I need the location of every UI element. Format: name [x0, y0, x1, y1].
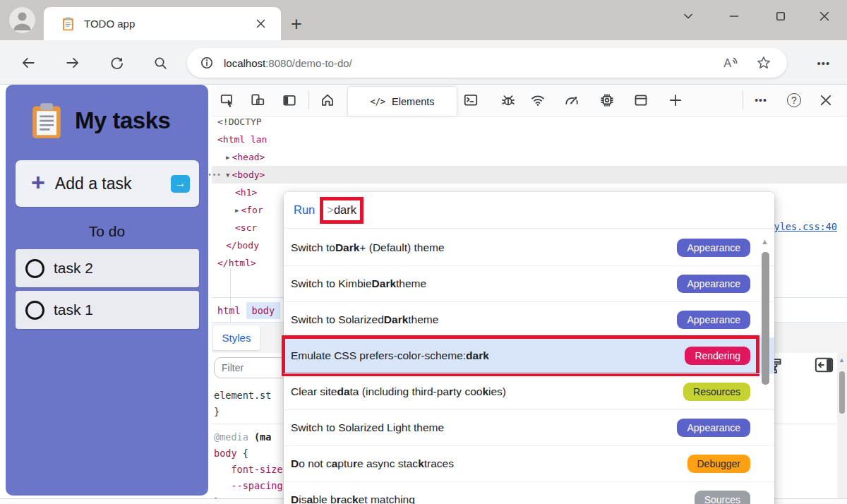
- site-info-icon[interactable]: [200, 56, 214, 70]
- forward-button[interactable]: [62, 52, 83, 73]
- command-item[interactable]: Disable bracket matchingSources: [284, 481, 774, 504]
- read-aloud-button[interactable]: A: [722, 54, 740, 71]
- command-query-input[interactable]: dark: [334, 203, 356, 217]
- task-checkbox[interactable]: [25, 259, 44, 278]
- command-item-text: ac: [341, 493, 352, 504]
- collapse-pane-icon[interactable]: [815, 356, 834, 375]
- category-badge: Rendering: [685, 347, 750, 365]
- maximize-button[interactable]: [769, 6, 793, 27]
- welcome-home-button[interactable]: [319, 92, 336, 109]
- todo-app-panel: My tasks + Add a task → To do task 2 tas…: [6, 85, 208, 496]
- command-item[interactable]: Emulate CSS prefers-color-scheme: darkRe…: [284, 337, 774, 373]
- elements-tab-label: Elements: [392, 96, 434, 107]
- command-item[interactable]: Switch to Dark+ (Default) themeAppearanc…: [284, 229, 774, 265]
- category-badge: Debugger: [687, 455, 751, 473]
- code-brackets-icon: </>: [370, 97, 385, 107]
- command-item-text: e async stac: [357, 457, 418, 470]
- search-button[interactable]: [150, 52, 171, 73]
- submit-task-button[interactable]: →: [171, 175, 190, 193]
- address-bar[interactable]: localhost:8080/demo-to-do/ A: [187, 48, 787, 78]
- command-item[interactable]: Switch to Solarized Light themeAppearanc…: [284, 409, 774, 445]
- styles-filter-input[interactable]: [214, 357, 294, 378]
- scroll-up-icon[interactable]: ▲: [839, 356, 845, 364]
- dom-tree-node[interactable]: <html lan: [212, 131, 847, 148]
- close-icon: [256, 19, 265, 28]
- command-item-text: Emulate CSS prefers-color-scheme:: [291, 349, 466, 362]
- tab-styles[interactable]: Styles: [213, 325, 260, 350]
- breadcrumb-html[interactable]: html: [212, 302, 246, 319]
- command-item-text: Switch to Solarized Light theme: [291, 421, 444, 434]
- focus-page-button[interactable]: [281, 92, 298, 109]
- command-item-text: D: [291, 457, 299, 470]
- dom-token: <scr: [235, 222, 257, 233]
- palette-scrollbar-thumb[interactable]: [762, 252, 769, 385]
- css-token: }: [214, 406, 220, 417]
- url-path: :8080/demo-to-do/: [265, 57, 352, 69]
- command-item-text: Switch to: [291, 241, 335, 254]
- tab-issues[interactable]: [500, 92, 517, 109]
- command-item-text: ty coo: [453, 385, 482, 398]
- browser-tab[interactable]: TODO app: [44, 7, 281, 40]
- task-row[interactable]: task 2: [16, 249, 199, 287]
- dom-token: </html>: [217, 258, 256, 268]
- refresh-button[interactable]: [106, 52, 127, 73]
- css-token: body: [214, 448, 237, 459]
- command-item-text: Switch to Kimbie: [291, 277, 372, 290]
- devtools-help-button[interactable]: ?: [786, 92, 803, 109]
- add-task-button[interactable]: + Add a task →: [16, 160, 199, 207]
- tab-actions-menu-button[interactable]: [676, 6, 700, 27]
- todo-header: My tasks: [31, 100, 193, 141]
- device-toolbar-button[interactable]: [249, 92, 266, 109]
- svg-text:A: A: [723, 57, 731, 70]
- command-item-text: k: [352, 493, 359, 504]
- command-item-text: ptu: [337, 457, 353, 470]
- dom-node-menu-icon[interactable]: •••: [208, 171, 222, 179]
- command-item-text: Dark: [372, 277, 396, 290]
- command-item[interactable]: Clear site data (including third-party c…: [284, 373, 774, 409]
- command-item-text: theme: [408, 313, 438, 326]
- tab-elements[interactable]: </> Elements: [347, 86, 457, 116]
- breadcrumb-body[interactable]: body: [246, 302, 281, 319]
- css-token: --spacing: [231, 480, 282, 491]
- task-row[interactable]: task 1: [16, 291, 199, 329]
- palette-scroll-up-icon[interactable]: ▲: [761, 237, 769, 246]
- new-tab-button[interactable]: +: [287, 14, 306, 34]
- profile-avatar[interactable]: [9, 7, 35, 33]
- browser-menu-button[interactable]: •••: [810, 52, 837, 73]
- minimize-button[interactable]: [722, 6, 746, 27]
- expand-closed-icon[interactable]: ▶: [235, 207, 239, 214]
- tab-close-button[interactable]: [253, 16, 268, 32]
- dom-token: <head>: [232, 152, 265, 162]
- devtools-menu-button[interactable]: •••: [752, 92, 769, 109]
- favorites-star-button[interactable]: [756, 55, 771, 71]
- dom-tree-node[interactable]: <!DOCTYP: [212, 113, 847, 131]
- tab-console[interactable]: [462, 92, 479, 109]
- tab-performance[interactable]: [563, 92, 580, 109]
- command-item-text: ies): [488, 385, 506, 398]
- more-tabs-button[interactable]: [667, 92, 684, 109]
- devtools-close-button[interactable]: [817, 92, 834, 109]
- css-token: element.st: [214, 390, 271, 401]
- category-badge: Appearance: [677, 239, 750, 257]
- dom-tree-node[interactable]: ▶<head>: [212, 148, 847, 166]
- task-checkbox[interactable]: [25, 301, 44, 320]
- tab-network[interactable]: [529, 92, 546, 109]
- scrollbar-thumb[interactable]: [839, 371, 845, 414]
- command-item[interactable]: Switch to Solarized Dark themeAppearance: [284, 301, 774, 337]
- back-button[interactable]: [18, 52, 39, 73]
- window-close-button[interactable]: [812, 6, 836, 27]
- command-item[interactable]: Switch to Kimbie Dark themeAppearance: [284, 265, 774, 301]
- tab-application[interactable]: [632, 92, 649, 109]
- inspect-element-button[interactable]: [219, 92, 236, 109]
- command-item[interactable]: Do not capture async stack tracesDebugge…: [284, 445, 774, 481]
- command-item-text: + (Default) theme: [359, 241, 444, 254]
- styles-scrollbar[interactable]: ▲: [837, 353, 847, 504]
- query-annotation-box: >dark: [320, 197, 364, 224]
- dom-tree-node[interactable]: •••▼<body>: [212, 166, 847, 184]
- page-content: My tasks + Add a task → To do task 2 tas…: [0, 85, 847, 504]
- todo-section-title: To do: [6, 223, 208, 240]
- expand-closed-icon[interactable]: ▶: [226, 154, 229, 161]
- dom-token: <h1>: [235, 187, 257, 198]
- tab-memory[interactable]: [599, 92, 615, 109]
- expand-open-icon[interactable]: ▼: [226, 172, 229, 179]
